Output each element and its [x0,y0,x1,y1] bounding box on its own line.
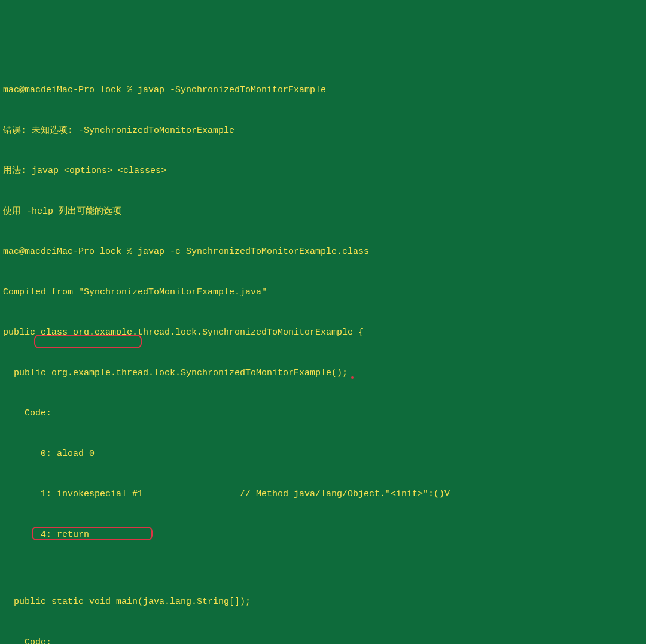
line-14: Code: [3,636,643,645]
line-02: 用法: javap <options> <classes> [3,165,643,178]
line-08: Code: [3,407,643,421]
line-10: 1: invokespecial #1 // Method java/lang/… [3,488,643,502]
terminal-output: mac@macdeiMac-Pro lock % javap -Synchron… [3,57,643,644]
line-07: public org.example.thread.lock.Synchroni… [3,367,643,381]
line-01: 错误: 未知选项: -SynchronizedToMonitorExample [3,124,643,138]
line-03: 使用 -help 列出可能的选项 [3,205,643,219]
line-05: Compiled from "SynchronizedToMonitorExam… [3,286,643,300]
red-dot-annotation [351,376,354,379]
line-04: mac@macdeiMac-Pro lock % javap -c Synchr… [3,245,643,259]
line-09: 0: aload_0 [3,448,643,461]
line-13: public static void main(java.lang.String… [3,596,643,609]
line-06: public class org.example.thread.lock.Syn… [3,326,643,340]
line-11: 4: return [3,528,643,542]
line-00: mac@macdeiMac-Pro lock % javap -Synchron… [3,84,643,98]
